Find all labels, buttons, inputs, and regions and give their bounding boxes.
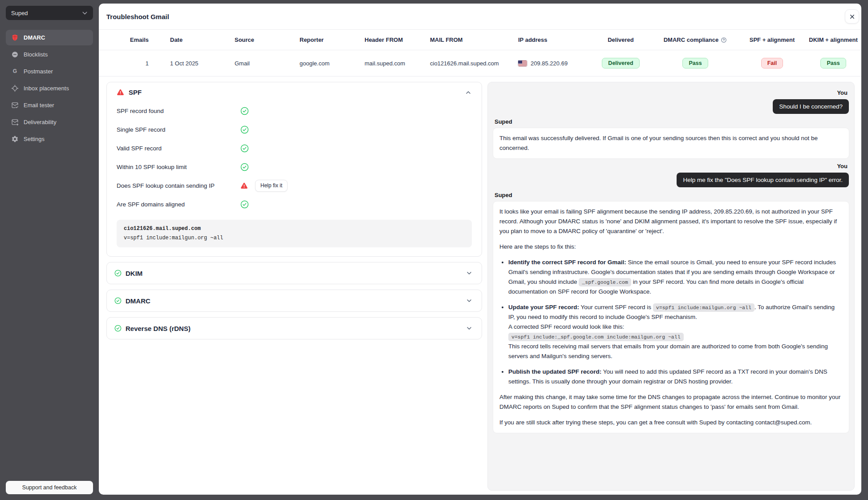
check-row-domains-aligned: Are SPF domains aligned bbox=[117, 195, 472, 214]
rdns-card-header[interactable]: Reverse DNS (rDNS) bbox=[106, 317, 482, 339]
minus-circle-icon bbox=[11, 51, 19, 59]
user-message: Should I be concerned? bbox=[773, 99, 849, 114]
bot-paragraph: If you are still stuck after trying thes… bbox=[499, 418, 843, 427]
troubleshoot-modal: Troubleshoot Gmail Emails Date Source Re… bbox=[99, 4, 861, 495]
chevron-down-icon bbox=[466, 325, 473, 332]
check-circle-icon bbox=[240, 163, 249, 171]
bot-message: This email was successfully delivered. I… bbox=[493, 128, 849, 158]
col-dmarc-compliance-label: DMARC compliance bbox=[664, 36, 719, 43]
check-label: Does SPF lookup contain sending IP bbox=[117, 182, 240, 189]
warning-triangle-icon bbox=[117, 89, 124, 96]
assistant-chat-panel: You Should I be concerned? Suped This em… bbox=[487, 82, 855, 491]
dkim-alignment-badge: Pass bbox=[820, 58, 846, 69]
col-emails: Emails bbox=[99, 36, 161, 43]
check-circle-icon bbox=[114, 297, 122, 304]
col-date: Date bbox=[161, 36, 226, 43]
fix-steps-list: Identify the correct SPF record for Gmai… bbox=[499, 258, 843, 387]
table-header-row: Emails Date Source Reporter Header FROM … bbox=[99, 30, 861, 50]
spf-checklist: SPF record found Single SPF record bbox=[117, 101, 472, 214]
chat-user-label: You bbox=[495, 89, 848, 96]
spf-card: SPF SPF record found S bbox=[106, 82, 482, 257]
dmarc-compliance-badge: Pass bbox=[682, 58, 708, 69]
table-row[interactable]: 1 1 Oct 2025 Gmail google.com mail.suped… bbox=[99, 50, 861, 77]
check-circle-icon bbox=[240, 144, 249, 153]
row-dmarc-compliance: Pass bbox=[653, 58, 738, 69]
col-dmarc-compliance: DMARC compliance bbox=[653, 36, 738, 43]
check-circle-icon bbox=[114, 325, 122, 332]
bot-message-text: This email was successfully delivered. I… bbox=[499, 133, 843, 153]
check-row-sending-ip: Does SPF lookup contain sending IP Help … bbox=[117, 176, 472, 195]
spf-record-domain: cio121626.mail.suped.com bbox=[124, 224, 465, 234]
sidebar-item-label: Inbox placements bbox=[24, 85, 69, 92]
code-chip: v=spf1 include:_spf.google.com include:m… bbox=[508, 333, 684, 341]
chevron-down-icon bbox=[466, 270, 473, 277]
fix-step-identify: Identify the correct SPF record for Gmai… bbox=[508, 258, 843, 297]
bot-paragraph: It looks like your email is failing SPF … bbox=[499, 207, 843, 236]
spf-record-value: v=spf1 include:mailgun.org ~all bbox=[124, 234, 465, 243]
step-line: A corrected SPF record would look like t… bbox=[508, 322, 843, 332]
sidebar-item-inbox-placements[interactable]: Inbox placements bbox=[6, 81, 93, 96]
svg-text:G: G bbox=[12, 68, 16, 74]
sidebar-item-label: Deliverability bbox=[24, 119, 57, 125]
row-header-from: mail.suped.com bbox=[356, 60, 421, 67]
dkim-card-header[interactable]: DKIM bbox=[106, 262, 482, 284]
shield-icon bbox=[11, 34, 19, 42]
us-flag-icon bbox=[518, 60, 527, 66]
sidebar-item-settings[interactable]: Settings bbox=[6, 131, 93, 147]
check-circle-icon bbox=[114, 270, 122, 277]
col-source: Source bbox=[226, 36, 291, 43]
fix-step-update: Update your SPF record: Your current SPF… bbox=[508, 302, 843, 361]
sidebar-item-label: Email tester bbox=[24, 102, 54, 109]
col-reporter: Reporter bbox=[291, 36, 356, 43]
rdns-section-title: Reverse DNS (rDNS) bbox=[126, 325, 191, 332]
bot-message: It looks like your email is failing SPF … bbox=[493, 202, 849, 433]
chat-bot-label: Suped bbox=[495, 118, 848, 125]
sidebar: Suped DMARC Blocklists G bbox=[0, 0, 99, 500]
chevron-down-icon bbox=[81, 9, 89, 17]
spf-card-header[interactable]: SPF bbox=[117, 89, 472, 96]
check-label: Within 10 SPF lookup limit bbox=[117, 164, 240, 170]
close-icon bbox=[849, 13, 856, 20]
delivered-badge: Delivered bbox=[602, 58, 639, 69]
sidebar-nav: DMARC Blocklists G Postmaster Inbox plac… bbox=[6, 30, 93, 147]
close-button[interactable] bbox=[845, 9, 859, 24]
warning-triangle-icon bbox=[240, 182, 248, 190]
bot-paragraph: Here are the steps to fix this: bbox=[499, 242, 843, 252]
workspace-switcher[interactable]: Suped bbox=[6, 6, 93, 20]
col-ip-address: IP address bbox=[509, 36, 588, 43]
col-spf-alignment: SPF + alignment bbox=[738, 36, 807, 43]
check-label: Single SPF record bbox=[117, 126, 240, 133]
fix-step-publish: Publish the updated SPF record: You will… bbox=[508, 367, 843, 387]
row-mail-from: cio121626.mail.suped.com bbox=[421, 60, 509, 67]
check-circle-icon bbox=[240, 200, 249, 209]
modal-content: SPF SPF record found S bbox=[99, 77, 861, 495]
step-line: This record tells receiving mail servers… bbox=[508, 342, 843, 361]
sidebar-item-email-tester[interactable]: Email tester bbox=[6, 97, 93, 113]
sidebar-item-dmarc[interactable]: DMARC bbox=[6, 30, 93, 45]
chat-user-label: You bbox=[495, 163, 848, 169]
code-chip: _spf.google.com bbox=[579, 278, 631, 286]
sidebar-item-blocklists[interactable]: Blocklists bbox=[6, 47, 93, 62]
row-emails: 1 bbox=[99, 60, 161, 67]
check-label: Are SPF domains aligned bbox=[117, 201, 240, 208]
mail-send-icon bbox=[11, 118, 19, 126]
sidebar-item-postmaster[interactable]: G Postmaster bbox=[6, 64, 93, 79]
row-date: 1 Oct 2025 bbox=[161, 60, 226, 67]
sidebar-item-deliverability[interactable]: Deliverability bbox=[6, 114, 93, 130]
check-row-valid-spf-record: Valid SPF record bbox=[117, 139, 472, 157]
help-fix-button[interactable]: Help fix it bbox=[255, 180, 288, 192]
step-chip-line: v=spf1 include:_spf.google.com include:m… bbox=[508, 332, 843, 342]
chat-bot-label: Suped bbox=[495, 192, 848, 198]
help-circle-icon[interactable] bbox=[721, 37, 727, 43]
check-row-spf-record-found: SPF record found bbox=[117, 101, 472, 120]
sidebar-item-label: Blocklists bbox=[24, 51, 48, 58]
chevron-down-icon bbox=[466, 297, 473, 304]
dmarc-card-header[interactable]: DMARC bbox=[106, 290, 482, 312]
gear-icon bbox=[11, 135, 19, 143]
check-circle-icon bbox=[240, 125, 249, 134]
check-label: SPF record found bbox=[117, 108, 240, 114]
chevron-up-icon bbox=[465, 89, 472, 96]
support-feedback-button[interactable]: Support and feedback bbox=[6, 481, 93, 494]
target-icon bbox=[11, 85, 19, 93]
modal-header: Troubleshoot Gmail bbox=[99, 4, 861, 30]
